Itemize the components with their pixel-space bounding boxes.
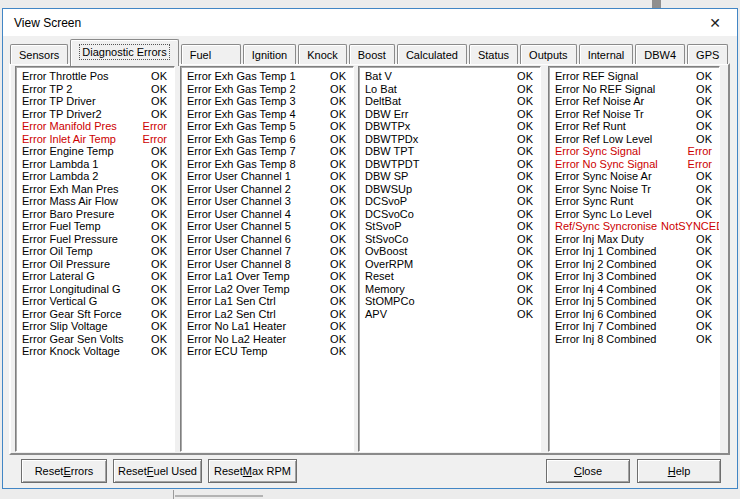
error-row: Error Throttle PosOK [16, 70, 174, 83]
error-value: OK [151, 158, 167, 171]
error-label: Error TP Driver [22, 95, 96, 108]
error-value: OK [330, 83, 346, 96]
error-value: OK [517, 133, 533, 146]
tab-diagnostic-errors[interactable]: Diagnostic Errors [70, 39, 178, 66]
error-row: Bat VOK [359, 70, 540, 83]
error-row: Error Exh Gas Temp 3OK [181, 95, 353, 108]
error-value: OK [696, 320, 712, 333]
error-row: OverRPMOK [359, 258, 540, 271]
tab-boost[interactable]: Boost [349, 44, 395, 64]
error-label: Error Sync Lo Level [555, 208, 652, 221]
error-panel[interactable]: Bat VOKLo BatOKDeltBatOKDBW ErrOKDBWTPxO… [358, 66, 541, 452]
view-screen-dialog: View Screen ✕ SensorsDiagnostic ErrorsFu… [2, 8, 738, 489]
error-label: Error Longitudinal G [22, 283, 120, 296]
error-value: OK [151, 208, 167, 221]
error-panel[interactable]: Error Throttle PosOKError TP 2OKError TP… [15, 66, 175, 452]
error-value: OK [696, 270, 712, 283]
reset-max-rpm-button[interactable]: Reset Max RPM [208, 459, 297, 483]
error-value: OK [330, 95, 346, 108]
error-row: DBWTPxOK [359, 120, 540, 133]
error-value: OK [517, 158, 533, 171]
error-value: OK [151, 70, 167, 83]
close-button[interactable]: Close [546, 459, 630, 483]
tab-strip: SensorsDiagnostic ErrorsFuelIgnitionKnoc… [10, 42, 729, 64]
error-value: OK [330, 208, 346, 221]
error-value: OK [151, 233, 167, 246]
error-value: OK [330, 295, 346, 308]
tab-label: Fuel [190, 49, 211, 61]
error-row: Error Gear Sft ForceOK [16, 308, 174, 321]
error-label: DBWSUp [365, 183, 412, 196]
button-label: E [63, 465, 70, 477]
error-row: Error Inj 2 CombinedOK [549, 258, 719, 271]
error-value: Error [688, 158, 712, 171]
error-value: OK [517, 120, 533, 133]
reset-fuel-used-button[interactable]: Reset Fuel Used [113, 459, 202, 483]
tab-status[interactable]: Status [469, 44, 518, 64]
tab-calculated[interactable]: Calculated [397, 44, 467, 64]
error-label: Error Exh Gas Temp 4 [187, 108, 296, 121]
tab-knock[interactable]: Knock [298, 44, 347, 64]
error-row: Error Exh Gas Temp 2OK [181, 83, 353, 96]
error-value: OK [330, 320, 346, 333]
error-value: OK [151, 170, 167, 183]
error-row: Error User Channel 8OK [181, 258, 353, 271]
tab-dbw4[interactable]: DBW4 [635, 44, 685, 64]
button-label: Reset [214, 465, 243, 477]
error-value: OK [696, 133, 712, 146]
error-row: Error Ref RuntOK [549, 120, 719, 133]
button-label: C [574, 465, 582, 477]
error-label: Reset [365, 270, 394, 283]
tab-gps[interactable]: GPS [687, 44, 728, 64]
error-value: OK [696, 245, 712, 258]
tab-outputs[interactable]: Outputs [520, 44, 577, 64]
error-value: OK [151, 320, 167, 333]
error-row: StSvoPOK [359, 220, 540, 233]
error-row: Lo BatOK [359, 83, 540, 96]
error-panel[interactable]: Error Exh Gas Temp 1OKError Exh Gas Temp… [180, 66, 354, 452]
error-row: Error TP 2OK [16, 83, 174, 96]
error-value: OK [517, 283, 533, 296]
reset-errors-button[interactable]: Reset Errors [21, 459, 107, 483]
error-value: OK [330, 308, 346, 321]
error-value: OK [696, 120, 712, 133]
error-label: Memory [365, 283, 405, 296]
error-row: Error Exh Gas Temp 5OK [181, 120, 353, 133]
tab-fuel[interactable]: Fuel [181, 44, 241, 64]
tab-ignition[interactable]: Ignition [243, 44, 296, 64]
error-row: DBWTPDxOK [359, 133, 540, 146]
error-row: Error Inj 7 CombinedOK [549, 320, 719, 333]
error-value: OK [517, 308, 533, 321]
background-window-edge [173, 490, 174, 499]
title-bar: View Screen ✕ [3, 9, 737, 36]
error-row: Error User Channel 2OK [181, 183, 353, 196]
close-icon[interactable]: ✕ [693, 9, 737, 36]
error-panel[interactable]: Error REF SignalOKError No REF SignalOKE… [548, 66, 720, 452]
error-label: Error Exh Man Pres [22, 183, 119, 196]
error-value: OK [330, 120, 346, 133]
error-value: OK [151, 270, 167, 283]
error-value: OK [517, 233, 533, 246]
error-label: Error No La2 Heater [187, 333, 286, 346]
error-label: Error Oil Pressure [22, 258, 110, 271]
error-value: OK [517, 245, 533, 258]
error-row: Error Exh Gas Temp 6OK [181, 133, 353, 146]
error-label: Error Gear Sen Volts [22, 333, 124, 346]
error-row: Error TP Driver2OK [16, 108, 174, 121]
tab-sensors[interactable]: Sensors [10, 44, 68, 64]
error-value: OK [696, 195, 712, 208]
error-value: OK [330, 108, 346, 121]
tab-internal[interactable]: Internal [579, 44, 634, 64]
error-label: Error La2 Sen Ctrl [187, 308, 276, 321]
error-row: APVOK [359, 308, 540, 321]
error-value: OK [517, 70, 533, 83]
error-row: Error La2 Sen CtrlOK [181, 308, 353, 321]
error-label: DBWTPDx [365, 133, 418, 146]
help-button[interactable]: Help [637, 459, 721, 483]
error-label: Error User Channel 5 [187, 220, 291, 233]
error-row: DBWTPDTOK [359, 158, 540, 171]
error-label: Error Inlet Air Temp [22, 133, 116, 146]
error-row: Error Ref Noise ArOK [549, 95, 719, 108]
button-label: M [243, 465, 252, 477]
error-value: OK [517, 258, 533, 271]
